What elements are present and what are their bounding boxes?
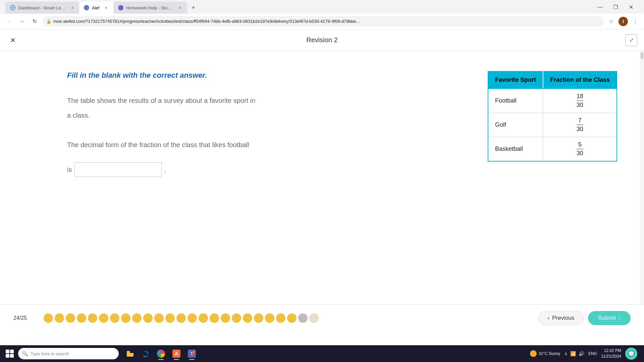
app-header: ✕ Revision 2 ⤢ [0,29,644,51]
tab-studyx[interactable]: Homework Help - StudyX ✕ [113,2,187,14]
content-area: Fill in the blank with the correct answe… [67,71,617,177]
close-app-button[interactable]: ✕ [7,34,19,46]
progress-dot[interactable] [199,313,208,323]
taskbar-search[interactable]: 🔍 Type here to search [18,348,119,359]
progress-dot[interactable] [243,313,252,323]
progress-dot[interactable] [44,313,53,323]
weather-text: 31°C Sunny [539,351,560,356]
back-button[interactable]: ← [4,16,14,26]
taskbar-system-icons: ∧ 📶 🔊 [564,351,584,356]
progress-dot[interactable] [121,313,130,323]
fraction-display: 5 30 [577,141,583,157]
fraction-cell: 5 30 [543,137,617,162]
fraction-denominator: 30 [577,125,583,133]
progress-dot[interactable] [99,313,108,323]
question-text: The table shows the results of a survey … [67,93,468,152]
reload-button[interactable]: ↻ [30,16,40,26]
page-title: Revision 2 [306,36,337,44]
answer-row: is . [67,162,468,177]
browser-menu-button[interactable]: ⋮ [631,17,640,26]
nav-buttons: ‹ Previous Submit › [538,311,631,325]
taskbar-alef[interactable]: A [169,346,184,361]
start-button[interactable] [3,347,17,361]
taskbar-file-explorer[interactable] [123,346,138,361]
taskbar-edge[interactable] [138,346,153,361]
progress-dot[interactable] [55,313,64,323]
progress-dot[interactable] [254,313,263,323]
progress-dot[interactable] [298,313,308,323]
address-bar: ← → ↻ 🔒 moe.alefed.com/?1732175745781#/p… [0,13,644,29]
date-text: 11/21/2024 [601,354,621,359]
question-line3: The decimal form of the fraction of the … [67,141,249,148]
close-window-button[interactable]: ✕ [623,2,639,12]
svg-text:2: 2 [193,351,194,353]
bottom-navigation: 24/25 ‹ Previous Submit › [0,304,644,331]
url-text: moe.alefed.com/?1732175745781#/progress/… [53,19,600,24]
maximize-button[interactable]: ❐ [608,2,623,12]
tab-dashboard-icon [10,5,15,10]
tab-studyx-label: Homework Help - StudyX [126,5,173,10]
search-icon: 🔍 [22,351,28,356]
progress-dot[interactable] [221,313,230,323]
taskbar-chrome[interactable] [154,346,168,361]
window-controls: — ❐ ✕ [592,2,641,14]
url-input[interactable]: 🔒 moe.alefed.com/?1732175745781#/progres… [42,16,604,27]
progress-dot[interactable] [66,313,75,323]
progress-dot[interactable] [154,313,164,323]
progress-dot[interactable] [276,313,285,323]
progress-dot[interactable] [132,313,142,323]
profile-button[interactable]: I [619,17,628,26]
answer-prefix: is [67,166,72,174]
fraction-display: 7 30 [577,117,583,133]
tab-alef-close[interactable]: ✕ [103,5,109,10]
progress-dot[interactable] [88,313,97,323]
fraction-numerator: 7 [577,117,583,125]
progress-dot[interactable] [309,313,319,323]
sport-name: Golf [488,113,543,137]
sport-name: Basketball [488,137,543,162]
prev-label: Previous [552,315,574,321]
taskbar-studyx[interactable]: T 2 [184,346,199,361]
fraction-denominator: 30 [577,149,583,157]
submit-icon: › [619,315,621,321]
notification-button[interactable]: 💬 [625,348,637,360]
tabs-container: Dashboard - Smart Learning Ga ✕ Alef ✕ H… [3,0,641,14]
prev-icon: ‹ [548,315,550,321]
answer-suffix: . [164,166,166,174]
tab-dashboard[interactable]: Dashboard - Smart Learning Ga ✕ [5,2,79,14]
progress-dot[interactable] [187,313,197,323]
sport-name: Football [488,88,543,113]
minimize-button[interactable]: — [592,2,608,12]
tab-studyx-close[interactable]: ✕ [177,5,182,10]
instruction-text: Fill in the blank with the correct answe… [67,71,468,80]
question-line1: The table shows the results of a survey … [67,97,255,104]
answer-input[interactable] [74,162,162,177]
col-fraction-header: Fraction of the Class [543,71,617,88]
taskbar-apps: A T 2 [123,346,199,361]
time-text: 12:42 PM [601,348,621,354]
progress-dot[interactable] [165,313,175,323]
bookmark-button[interactable]: ☆ [606,17,616,26]
progress-label: 24/25 [13,315,37,321]
progress-dot[interactable] [287,313,297,323]
fraction-cell: 7 30 [543,113,617,137]
question-line2: a class. [67,112,90,119]
taskbar-language: ENG [588,351,597,356]
chevron-up-icon[interactable]: ∧ [564,351,568,356]
forward-button[interactable]: → [17,16,27,26]
expand-button[interactable]: ⤢ [625,34,637,46]
table-container: Favorite Sport Fraction of the Class Foo… [488,71,617,162]
progress-dot[interactable] [176,313,186,323]
progress-dot[interactable] [110,313,119,323]
tab-dashboard-close[interactable]: ✕ [70,5,74,10]
progress-dot[interactable] [77,313,86,323]
previous-button[interactable]: ‹ Previous [538,311,584,325]
tab-alef[interactable]: Alef ✕ [79,2,113,14]
progress-dot[interactable] [232,313,241,323]
progress-dot[interactable] [210,313,219,323]
new-tab-button[interactable]: + [189,3,198,12]
tab-alef-label: Alef [92,5,99,10]
progress-dot[interactable] [265,313,274,323]
submit-button[interactable]: Submit › [588,311,631,325]
progress-dot[interactable] [143,313,153,323]
